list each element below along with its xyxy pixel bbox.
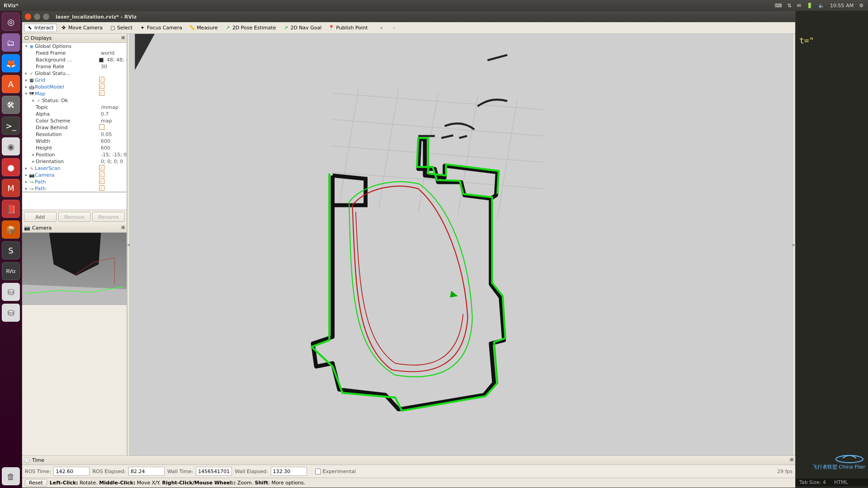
svg-line-2 [333, 93, 544, 109]
window-title: laser_localization.rviz* - RViz [56, 14, 137, 20]
tool-select[interactable]: ▢Select [107, 23, 136, 32]
laserscan-checkbox[interactable] [99, 165, 104, 170]
wall-elapsed-field[interactable] [271, 467, 307, 476]
displays-title: Displays [31, 35, 52, 41]
select-icon: ▢ [110, 25, 115, 31]
ruler-icon: 📏 [189, 25, 195, 31]
launcher-drive-1[interactable]: ⛁ [2, 283, 20, 301]
tool-add[interactable]: ＋ [375, 24, 387, 32]
pin-icon: 📍 [329, 25, 334, 31]
drawbehind-checkbox[interactable] [99, 124, 104, 130]
rename-button[interactable]: Rename [92, 212, 125, 222]
ros-elapsed-field[interactable] [128, 467, 165, 476]
launcher-box[interactable]: 📦 [2, 221, 20, 239]
close-icon[interactable]: ▣ [121, 35, 125, 40]
ros-time-label: ROS Time: [25, 469, 51, 474]
network-icon[interactable]: ⇅ [787, 3, 791, 9]
path1-checkbox[interactable] [99, 178, 104, 184]
camera-title: Camera [32, 225, 52, 231]
launcher-trash[interactable]: 🗑 [2, 467, 20, 485]
displays-tree[interactable]: ▾◉Global Options Fixed Frameworld Backgr… [22, 43, 127, 192]
right-splitter[interactable]: ▸ [793, 34, 795, 455]
launcher-firefox[interactable]: 🦊 [2, 54, 20, 72]
launcher-drive-2[interactable]: ⛁ [2, 304, 20, 322]
rviz-window: laser_localization.rviz* - RViz ⬉Interac… [22, 11, 796, 488]
fps-readout: 29 fps [777, 469, 793, 474]
watermark-logo: 飞行者联盟 China Flier [812, 450, 865, 470]
svg-line-3 [333, 120, 544, 136]
displays-panel-header[interactable]: 🖵 Displays ▣ [22, 34, 127, 43]
wall-time-label: Wall Time: [167, 469, 193, 474]
launcher-rviz[interactable]: RViz [2, 262, 20, 280]
launcher-files[interactable]: 🗂 [2, 33, 20, 52]
launcher-pdf-viewer[interactable]: 📕 [2, 200, 20, 218]
time-panel-header[interactable]: 🕓 Time ▣ [22, 456, 795, 465]
svg-marker-0 [49, 233, 101, 276]
svg-marker-11 [135, 34, 155, 70]
tool-measure[interactable]: 📏Measure [186, 23, 221, 32]
launcher-mendeley[interactable]: M [2, 179, 20, 197]
wall-time-field[interactable] [196, 467, 232, 476]
unity-launcher: ◎ 🗂 🦊 A 🛠 >_ ◉ ● M 📕 📦 S RViz ⛁ ⛁ 🗑 [0, 11, 22, 488]
camera-view[interactable] [22, 233, 127, 305]
status-bar: Reset Left-Click: Rotate. Middle-Click: … [22, 478, 795, 488]
clock[interactable]: 10:55 AM [830, 3, 854, 9]
close-icon[interactable]: ▣ [790, 457, 794, 462]
sound-icon[interactable]: 🔈 [818, 3, 825, 9]
remove-button[interactable]: Remove [58, 212, 91, 222]
experimental-label: Experimental [323, 469, 356, 474]
launcher-settings-tool[interactable]: 🛠 [2, 96, 20, 114]
keyboard-icon[interactable]: ⌨ [775, 3, 782, 9]
displays-buttons: Add Remove Rename [22, 210, 127, 224]
window-close-icon[interactable] [25, 14, 31, 20]
system-indicators: ⌨ ⇅ ✉ 🔋 🔈 10:55 AM ⚙ [775, 0, 866, 11]
camera-checkbox[interactable] [99, 172, 104, 177]
tool-focus-camera[interactable]: ✦Focus Camera [137, 23, 185, 32]
launcher-terminal[interactable]: >_ [2, 117, 20, 135]
background-editor: t=" 飞行者联盟 China Flier Tab Size: 4HTML [796, 11, 868, 488]
map-checkbox[interactable] [99, 90, 104, 96]
system-top-panel: RViz* ⌨ ⇅ ✉ 🔋 🔈 10:55 AM ⚙ [0, 0, 868, 11]
grid-checkbox[interactable] [99, 77, 104, 82]
rviz-3d-view[interactable] [130, 34, 793, 455]
editor-status-bar: Tab Size: 4HTML [796, 479, 868, 486]
svg-line-6 [339, 87, 359, 205]
tool-2d-pose-estimate[interactable]: ↗2D Pose Estimate [222, 23, 279, 32]
svg-marker-12 [450, 291, 458, 298]
monitor-icon: 🖵 [24, 35, 29, 41]
close-icon[interactable]: ▣ [121, 225, 125, 230]
svg-line-7 [379, 90, 399, 208]
add-button[interactable]: Add [24, 212, 57, 222]
clock-icon: 🕓 [24, 457, 30, 463]
minus-icon: － [391, 25, 396, 31]
path2-checkbox[interactable] [99, 185, 104, 191]
window-titlebar[interactable]: laser_localization.rviz* - RViz [22, 11, 795, 22]
launcher-sublime[interactable]: S [2, 241, 20, 259]
tool-2d-nav-goal[interactable]: ↗2D Nav Goal [280, 23, 325, 32]
tool-move-camera[interactable]: ✥Move Camera [58, 23, 106, 32]
window-minimize-icon[interactable] [34, 14, 40, 20]
launcher-dash[interactable]: ◎ [2, 13, 20, 31]
tool-interact[interactable]: ⬉Interact [24, 23, 57, 32]
robotmodel-checkbox[interactable] [99, 84, 104, 89]
tool-publish-point[interactable]: 📍Publish Point [326, 23, 371, 32]
mail-icon[interactable]: ✉ [797, 3, 801, 9]
launcher-software[interactable]: A [2, 75, 20, 93]
cursor-icon: ⬉ [27, 25, 33, 31]
gear-icon[interactable]: ⚙ [859, 3, 863, 9]
battery-icon[interactable]: 🔋 [807, 3, 813, 9]
camera-panel-header[interactable]: 📷 Camera ▣ [22, 224, 127, 233]
window-maximize-icon[interactable] [43, 14, 49, 20]
plus-icon: ＋ [378, 25, 384, 31]
tool-remove[interactable]: － [388, 24, 400, 32]
focus-icon: ✦ [140, 25, 145, 31]
reset-button[interactable]: Reset [25, 479, 47, 487]
camera-icon: 📷 [24, 225, 30, 231]
ros-time-field[interactable] [53, 467, 90, 476]
time-panel: 🕓 Time ▣ ROS Time: ROS Elapsed: Wall Tim… [22, 455, 795, 478]
arrow-icon: ↗ [225, 25, 231, 31]
launcher-screen-recorder[interactable]: ● [2, 158, 20, 176]
launcher-chromium[interactable]: ◉ [2, 137, 20, 155]
move-icon: ✥ [61, 25, 66, 31]
experimental-checkbox[interactable] [315, 469, 321, 474]
